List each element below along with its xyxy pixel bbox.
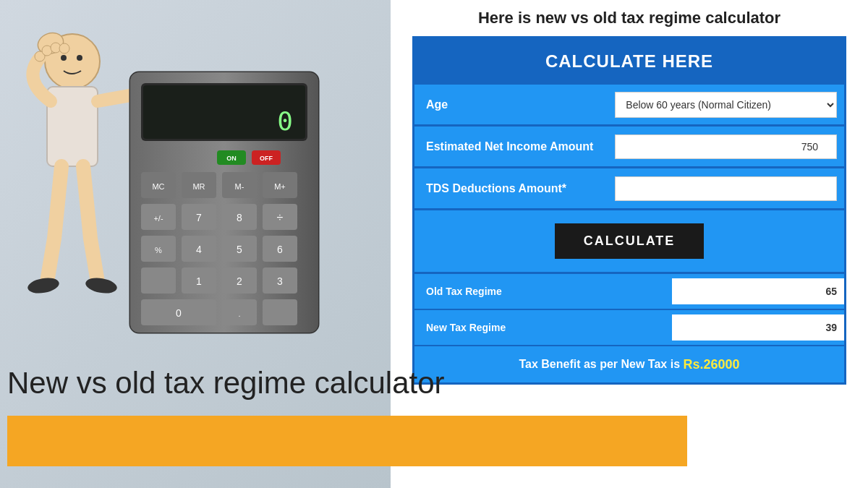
svg-rect-44 (141, 267, 176, 294)
age-row: Age Below 60 years (Normal Citizen) 60-8… (414, 85, 844, 127)
income-input[interactable] (615, 134, 837, 159)
tax-benefit-amount: Rs.26000 (683, 357, 739, 372)
svg-text:0: 0 (277, 106, 293, 136)
orange-bar (7, 416, 687, 466)
tds-input[interactable] (615, 176, 837, 201)
svg-text:8: 8 (237, 212, 242, 223)
old-tax-label: Old Tax Regime (414, 278, 672, 304)
tds-label: TDS Deductions Amount* (414, 174, 608, 204)
svg-text:3: 3 (277, 275, 283, 287)
calculate-button[interactable]: CALCULATE (555, 223, 705, 259)
svg-text:4: 4 (196, 244, 202, 255)
svg-text:M-: M- (235, 182, 244, 191)
right-section: Here is new vs old tax regime calculator… (391, 0, 868, 488)
age-input-area: Below 60 years (Normal Citizen) 60-80 ye… (608, 86, 844, 124)
svg-point-10 (59, 43, 69, 53)
page-title: Here is new vs old tax regime calculator (391, 0, 868, 36)
tds-input-area (608, 171, 844, 207)
svg-text:÷: ÷ (277, 211, 284, 223)
overlay-title: New vs old tax regime calculator (7, 365, 687, 401)
svg-text:MC: MC (152, 182, 164, 191)
svg-point-3 (27, 275, 61, 295)
calculator-widget: CALCULATE HERE Age Below 60 years (Norma… (412, 36, 846, 385)
calc-header-text: CALCULATE HERE (545, 51, 713, 71)
svg-text:ON: ON (226, 155, 237, 162)
new-tax-value: 39 (672, 314, 844, 341)
svg-text:MR: MR (192, 182, 205, 191)
svg-text:7: 7 (196, 212, 202, 223)
calculator-illustration: 0 ON OFF MC MR M- M+ ÷ +/- 7 8 % 4 5 6 1… (116, 65, 347, 354)
calc-header: CALCULATE HERE (414, 38, 844, 85)
svg-point-4 (85, 275, 119, 295)
svg-point-5 (61, 55, 67, 61)
svg-text:5: 5 (237, 244, 242, 255)
income-row: Estimated Net Income Amount (414, 127, 844, 168)
svg-point-6 (77, 55, 82, 61)
old-tax-result-row: Old Tax Regime 65 (414, 274, 844, 310)
svg-text:M+: M+ (274, 182, 286, 191)
svg-text:.: . (238, 309, 240, 318)
svg-text:%: % (155, 246, 162, 254)
button-row: CALCULATE (414, 210, 844, 274)
svg-text:1: 1 (196, 275, 202, 287)
age-label: Age (414, 90, 608, 120)
svg-text:OFF: OFF (260, 155, 273, 162)
svg-rect-55 (263, 299, 297, 325)
svg-text:2: 2 (237, 275, 242, 287)
new-tax-result-row: New Tax Regime 39 (414, 310, 844, 346)
income-label: Estimated Net Income Amount (414, 132, 608, 162)
income-input-area (608, 129, 844, 165)
old-tax-value: 65 (672, 278, 844, 304)
svg-text:6: 6 (277, 244, 283, 255)
tds-row: TDS Deductions Amount* (414, 168, 844, 210)
age-select[interactable]: Below 60 years (Normal Citizen) 60-80 ye… (615, 92, 837, 118)
overlay-title-area: New vs old tax regime calculator (7, 365, 687, 401)
svg-text:0: 0 (176, 307, 182, 319)
new-tax-label: New Tax Regime (414, 314, 672, 341)
svg-text:+/-: +/- (153, 214, 163, 223)
left-background: 0 ON OFF MC MR M- M+ ÷ +/- 7 8 % 4 5 6 1… (0, 0, 391, 488)
